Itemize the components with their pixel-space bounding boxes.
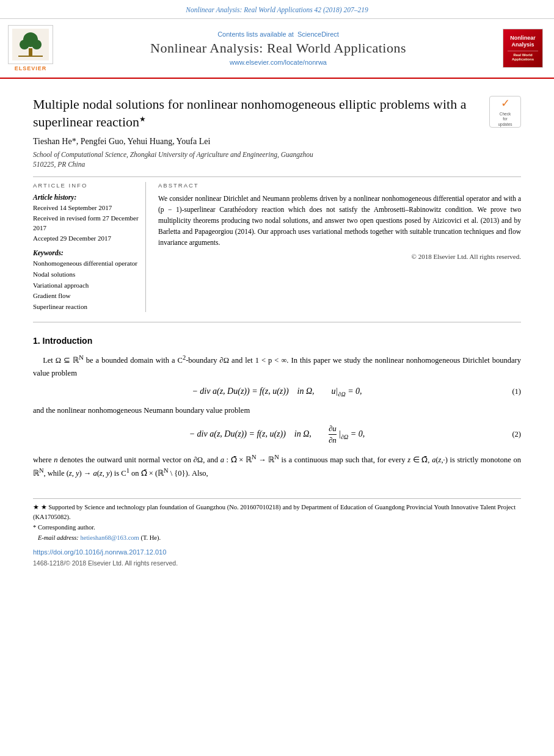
publisher-header: ELSEVIER Contents lists available at Sci… [0, 19, 554, 79]
svg-point-3 [20, 40, 29, 49]
paper-body: Multiple nodal solutions for nonlinear n… [0, 79, 554, 581]
elsevier-logo-box [8, 25, 53, 64]
footnote-2: * Corresponding author. [33, 523, 521, 533]
header-center: Contents lists available at ScienceDirec… [61, 25, 495, 71]
two-col-section: ARTICLE INFO Article history: Received 1… [33, 182, 521, 312]
sciencedirect-link[interactable]: ScienceDirect [297, 31, 339, 38]
revised-date: Received in revised form 27 December 201… [33, 213, 139, 233]
affiliation-line1: School of Computational Science, Zhongka… [33, 151, 313, 158]
footnotes: ★ ★ Supported by Science and technology … [33, 498, 521, 569]
fn1-text: ★ Supported by Science and technology pl… [33, 504, 516, 521]
svg-rect-1 [29, 48, 32, 57]
footnote-email: E-mail address: hetieshan68@163.com (T. … [33, 533, 521, 543]
intro-heading: 1. Introduction [33, 336, 521, 346]
keyword-3: Variational approach [33, 280, 139, 291]
check-icon: ✓ [501, 96, 510, 111]
copyright: © 2018 Elsevier Ltd. All rights reserved… [158, 253, 521, 260]
accepted-date: Accepted 29 December 2017 [33, 233, 139, 244]
paper-title-text: Multiple nodal solutions for nonlinear n… [33, 96, 483, 131]
equation-2: − div a(z, Du(z)) = f(z, u(z)) in Ω, ∂u … [33, 424, 521, 445]
footnote-1: ★ ★ Supported by Science and technology … [33, 503, 521, 523]
abstract-text: We consider nonlinear Dirichlet and Neum… [158, 194, 521, 248]
fn-star: ★ [33, 504, 41, 511]
svg-rect-5 [18, 56, 43, 57]
contents-line: Contents lists available at ScienceDirec… [217, 31, 339, 38]
title-star: ★ [139, 114, 146, 123]
eq2-content: − div a(z, Du(z)) = f(z, u(z)) in Ω, ∂u … [189, 424, 365, 445]
keywords-section: Keywords: Nonhomogeneous differential op… [33, 249, 139, 312]
badge-text: NonlinearAnalysis Real World Application… [505, 35, 541, 62]
badge-box: NonlinearAnalysis Real World Application… [503, 29, 543, 68]
elsevier-label: ELSEVIER [15, 65, 47, 71]
keywords-label: Keywords: [33, 249, 139, 256]
keyword-5: Superlinear reaction [33, 302, 139, 313]
eq2-label: (2) [512, 430, 521, 439]
keyword-2: Nodal solutions [33, 269, 139, 280]
affiliation: School of Computational Science, Zhongka… [33, 150, 521, 169]
email-suffix: (T. He). [140, 534, 161, 541]
check-updates-label: Checkforupdates [498, 112, 512, 127]
equation-1: − div a(z, Du(z)) = f(z, u(z)) in Ω, u|∂… [33, 387, 521, 398]
journal-title-link[interactable]: Nonlinear Analysis: Real World Applicati… [186, 6, 368, 13]
check-updates-badge: ✓ Checkforupdates [489, 96, 521, 128]
fn2-text: * Corresponding author. [33, 524, 95, 531]
intro-section: 1. Introduction Let Ω ⊆ ℝN be a bounded … [33, 336, 521, 479]
email-link[interactable]: hetieshan68@163.com [80, 534, 139, 541]
email-label-text: E-mail address: [38, 534, 79, 541]
paper-title-row: Multiple nodal solutions for nonlinear n… [33, 96, 521, 131]
received-date: Received 14 September 2017 [33, 203, 139, 213]
abstract-label: ABSTRACT [158, 182, 521, 189]
journal-url[interactable]: www.elsevier.com/locate/nonrwa [230, 59, 327, 66]
contents-text: Contents lists available at [217, 31, 294, 38]
paper-title: Multiple nodal solutions for nonlinear n… [33, 96, 466, 129]
authors: Tieshan He*, Pengfei Guo, Yehui Huang, Y… [33, 137, 521, 147]
affiliation-line2: 510225, PR China [33, 161, 85, 168]
keyword-4: Gradient flow [33, 291, 139, 302]
keyword-1: Nonhomogeneous differential operator [33, 258, 139, 269]
article-info-label: ARTICLE INFO [33, 182, 139, 189]
doi-link[interactable]: https://doi.org/10.1016/j.nonrwa.2017.12… [33, 548, 166, 556]
issn-line: 1468-1218/© 2018 Elsevier Ltd. All right… [33, 558, 521, 569]
article-history-label: Article history: [33, 194, 139, 201]
intro-paragraph3: where n denotes the outward unit normal … [33, 453, 521, 479]
eq1-label: (1) [512, 387, 521, 396]
issn-text: 1468-1218/© 2018 Elsevier Ltd. All right… [33, 559, 178, 567]
doi-line: https://doi.org/10.1016/j.nonrwa.2017.12… [33, 547, 521, 558]
divider-2 [33, 322, 521, 322]
elsevier-logo: ELSEVIER [6, 25, 55, 71]
intro-paragraph1: Let Ω ⊆ ℝN be a bounded domain with a C2… [33, 353, 521, 379]
article-info: ARTICLE INFO Article history: Received 1… [33, 182, 146, 312]
journal-name: Nonlinear Analysis: Real World Applicati… [150, 40, 406, 56]
journal-badge: NonlinearAnalysis Real World Application… [501, 25, 544, 71]
intro-paragraph2: and the nonlinear nonhomogeneous Neumann… [33, 404, 521, 416]
eq1-content: − div a(z, Du(z)) = f(z, u(z)) in Ω, u|∂… [192, 387, 362, 398]
divider-1 [33, 176, 521, 177]
journal-header-bar: Nonlinear Analysis: Real World Applicati… [0, 0, 554, 19]
abstract-section: ABSTRACT We consider nonlinear Dirichlet… [158, 182, 521, 312]
svg-point-4 [32, 40, 42, 49]
revised-text: Received in revised form 27 December 201… [33, 214, 139, 232]
